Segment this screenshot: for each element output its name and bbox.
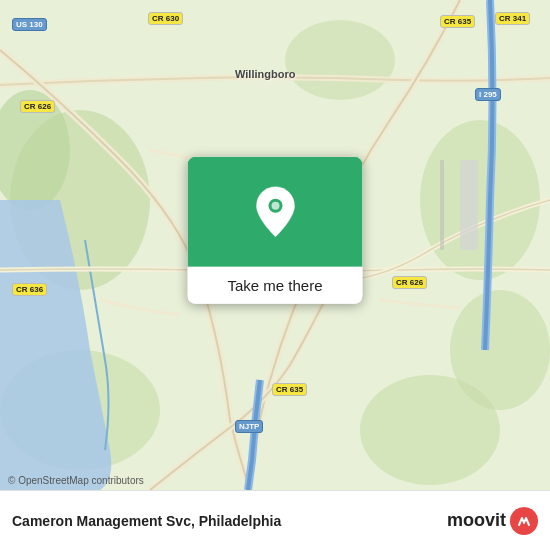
bottom-bar: Cameron Management Svc, Philadelphia moo…	[0, 490, 550, 550]
road-badge-cr626-left: CR 626	[20, 100, 55, 113]
svg-point-7	[285, 20, 395, 100]
take-me-there-button[interactable]: Take me there	[188, 267, 363, 304]
map-label-willingboro: Willingboro	[235, 68, 295, 80]
location-pin-icon	[253, 185, 297, 239]
road-badge-us130: US 130	[12, 18, 47, 31]
svg-rect-9	[440, 160, 444, 250]
road-badge-i295: I 295	[475, 88, 501, 101]
svg-point-11	[271, 202, 279, 210]
svg-rect-8	[460, 160, 478, 250]
road-badge-njtp: NJTP	[235, 420, 263, 433]
map-copyright: © OpenStreetMap contributors	[8, 475, 144, 486]
road-badge-cr635-top: CR 635	[440, 15, 475, 28]
info-card: Take me there	[188, 157, 363, 304]
road-badge-cr626-right: CR 626	[392, 276, 427, 289]
svg-point-3	[420, 120, 540, 280]
moovit-logo: moovit	[447, 507, 538, 535]
moovit-text: moovit	[447, 510, 506, 531]
road-badge-cr635-bot: CR 635	[272, 383, 307, 396]
road-badge-cr636: CR 636	[12, 283, 47, 296]
road-badge-cr630: CR 630	[148, 12, 183, 25]
info-card-header	[188, 157, 363, 267]
svg-point-6	[360, 375, 500, 485]
moovit-icon	[510, 507, 538, 535]
map-container: US 130 CR 630 CR 635 CR 341 CR 626 I 295…	[0, 0, 550, 490]
place-title: Cameron Management Svc, Philadelphia	[12, 513, 447, 529]
road-badge-cr341: CR 341	[495, 12, 530, 25]
